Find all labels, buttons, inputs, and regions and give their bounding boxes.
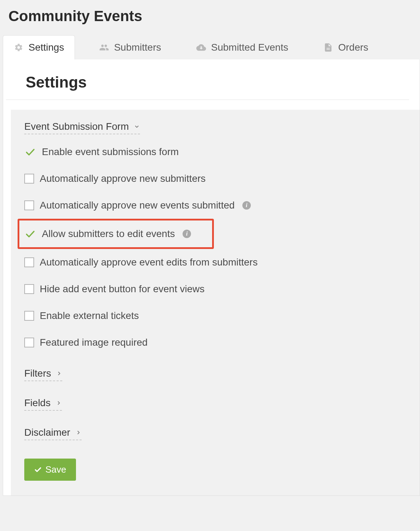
- expander-disclaimer[interactable]: Disclaimer: [24, 427, 82, 440]
- option-row: Automatically approve new events submitt…: [24, 192, 420, 219]
- check-icon: [34, 466, 42, 474]
- option-label: Featured image required: [40, 337, 148, 348]
- expander-event-submission-form[interactable]: Event Submission Form: [24, 121, 140, 134]
- option-label: Automatically approve event edits from s…: [40, 257, 257, 268]
- checkbox[interactable]: [24, 338, 34, 347]
- option-label: Allow submitters to edit events: [42, 228, 175, 239]
- chevron-right-icon: [75, 429, 82, 436]
- gear-icon: [14, 43, 24, 52]
- document-icon: [323, 43, 333, 52]
- tab-orders[interactable]: Orders: [312, 35, 379, 59]
- settings-panel: Event Submission Form Enable event submi…: [11, 110, 420, 495]
- option-row: Enable event submissions form: [24, 139, 420, 165]
- option-row: Automatically approve new submitters: [24, 165, 420, 192]
- expander-label: Event Submission Form: [24, 121, 129, 132]
- expander-label: Filters: [24, 368, 51, 379]
- option-label: Automatically approve new events submitt…: [40, 200, 235, 211]
- chevron-right-icon: [56, 400, 62, 406]
- option-row: Automatically approve event edits from s…: [24, 249, 420, 276]
- info-icon[interactable]: i: [242, 201, 251, 210]
- tab-submitters[interactable]: Submitters: [88, 35, 172, 59]
- tabs-bar: Settings Submitters Submitted Events Ord…: [0, 35, 420, 59]
- option-label: Enable external tickets: [40, 310, 139, 321]
- checkbox[interactable]: [24, 174, 34, 184]
- page-title: Community Events: [0, 0, 420, 35]
- option-row: Enable external tickets: [24, 302, 420, 329]
- expander-label: Fields: [24, 397, 51, 409]
- option-label: Automatically approve new submitters: [40, 173, 206, 184]
- chevron-right-icon: [56, 370, 62, 377]
- checkbox[interactable]: [24, 311, 34, 321]
- save-button[interactable]: Save: [24, 459, 76, 481]
- expander-filters[interactable]: Filters: [24, 368, 62, 381]
- tab-label: Orders: [338, 42, 368, 53]
- option-label: Enable event submissions form: [42, 146, 179, 158]
- tab-label: Submitters: [114, 42, 161, 53]
- tab-label: Submitted Events: [211, 42, 288, 53]
- cloud-download-icon: [196, 43, 206, 52]
- option-label: Hide add event button for event views: [40, 283, 205, 295]
- checkbox-checked-icon[interactable]: [24, 147, 36, 157]
- checkbox[interactable]: [24, 284, 34, 294]
- tab-submitted-events[interactable]: Submitted Events: [185, 35, 299, 59]
- info-icon[interactable]: i: [183, 230, 191, 238]
- section-title: Settings: [6, 73, 409, 100]
- content-panel: Settings Event Submission Form Enable ev…: [3, 59, 420, 496]
- option-row: Allow submitters to edit eventsi: [18, 219, 214, 249]
- tab-settings[interactable]: Settings: [3, 35, 75, 59]
- chevron-down-icon: [134, 123, 140, 130]
- options-list: Enable event submissions formAutomatical…: [24, 139, 420, 356]
- expander-fields[interactable]: Fields: [24, 397, 62, 411]
- option-row: Hide add event button for event views: [24, 276, 420, 302]
- save-button-label: Save: [45, 464, 66, 475]
- checkbox-checked-icon[interactable]: [24, 229, 36, 239]
- checkbox[interactable]: [24, 200, 34, 210]
- tab-label: Settings: [28, 42, 64, 53]
- option-row: Featured image required: [24, 329, 420, 356]
- checkbox[interactable]: [24, 257, 34, 267]
- expander-label: Disclaimer: [24, 427, 70, 438]
- users-icon: [99, 43, 109, 52]
